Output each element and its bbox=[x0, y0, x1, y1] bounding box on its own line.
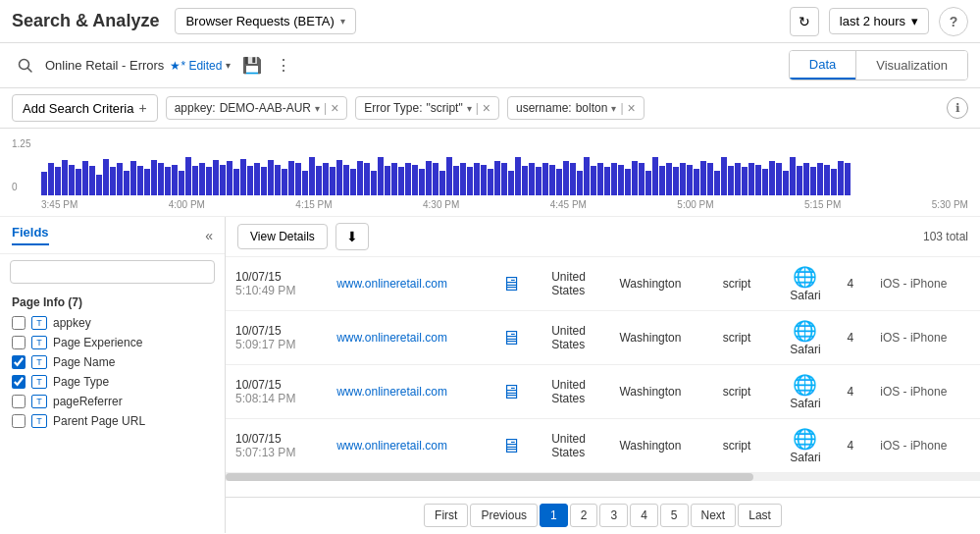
page-1-button[interactable]: 1 bbox=[540, 504, 568, 527]
chart-bar bbox=[597, 163, 603, 195]
horizontal-scrollbar[interactable] bbox=[226, 473, 980, 481]
x-axis-label: 5:00 PM bbox=[677, 199, 713, 210]
cell-date: 10/07/15 5:07:13 PM bbox=[226, 419, 327, 473]
chart-bar bbox=[89, 166, 95, 195]
chart-bar bbox=[41, 172, 47, 195]
criteria-value: DEMO-AAB-AUR bbox=[220, 101, 311, 115]
more-menu-button[interactable]: ⋮ bbox=[270, 52, 297, 80]
edited-badge: * Edited bbox=[181, 59, 222, 73]
datasource-dropdown[interactable]: Browser Requests (BETA) ▾ bbox=[175, 8, 355, 34]
time-range-button[interactable]: last 2 hours ▾ bbox=[829, 8, 929, 34]
page-5-button[interactable]: 5 bbox=[660, 504, 689, 527]
download-button[interactable]: ⬇ bbox=[335, 223, 369, 250]
add-criteria-button[interactable]: Add Search Criteria + bbox=[12, 94, 158, 122]
refresh-button[interactable]: ↻ bbox=[790, 7, 819, 36]
field-checkbox-parent-page-url[interactable] bbox=[12, 414, 26, 428]
chart-bar bbox=[611, 163, 617, 195]
chart-bar bbox=[618, 165, 624, 195]
cell-country: United States bbox=[542, 419, 609, 473]
fields-panel: Fields « 🔍 Page Info (7) T appkey T Page… bbox=[0, 217, 226, 533]
search-icon[interactable] bbox=[12, 52, 39, 80]
chart-area: 1.25 0 3:45 PM4:00 PM4:15 PM4:30 PM4:45 … bbox=[0, 129, 980, 217]
chart-bar bbox=[137, 166, 143, 195]
field-checkbox-page-experience[interactable] bbox=[12, 336, 26, 349]
help-button[interactable]: ? bbox=[939, 7, 968, 36]
chart-bar bbox=[158, 163, 164, 195]
results-panel: View Details ⬇ 103 total 10/07/15 5:10:4… bbox=[226, 217, 980, 533]
next-page-button[interactable]: Next bbox=[691, 504, 737, 527]
fields-search-input[interactable] bbox=[10, 260, 215, 284]
chevron-down-icon[interactable]: ▾ bbox=[467, 103, 472, 114]
y-label-max: 1.25 bbox=[12, 138, 30, 149]
tab-data[interactable]: Data bbox=[790, 51, 855, 80]
tab-visualization[interactable]: Visualization bbox=[855, 51, 967, 80]
info-button[interactable]: ℹ bbox=[947, 97, 968, 119]
last-page-button[interactable]: Last bbox=[738, 504, 782, 527]
criteria-tag-username: username: bolton ▾ | × bbox=[507, 96, 645, 120]
cell-country: United States bbox=[542, 311, 609, 365]
remove-criteria-button[interactable]: × bbox=[483, 101, 490, 115]
chart-bar bbox=[378, 157, 384, 195]
x-axis-label: 5:15 PM bbox=[804, 199, 841, 210]
chart-bar bbox=[529, 163, 535, 195]
chevron-down-icon: ▾ bbox=[911, 14, 918, 28]
chart-bar bbox=[515, 157, 521, 195]
cell-date: 10/07/15 5:08:14 PM bbox=[226, 365, 327, 419]
chart-bar bbox=[165, 167, 171, 195]
page-2-button[interactable]: 2 bbox=[570, 504, 598, 527]
cell-url: www.onlineretail.com bbox=[327, 311, 491, 365]
chart-bar bbox=[577, 171, 583, 195]
chart-bar bbox=[192, 166, 198, 195]
view-details-button[interactable]: View Details bbox=[237, 224, 328, 249]
chart-bar bbox=[728, 166, 734, 195]
field-type-icon: T bbox=[31, 395, 47, 408]
field-checkbox-page-referrer[interactable] bbox=[12, 395, 26, 408]
chart-bar bbox=[570, 163, 576, 195]
pipe-divider: | bbox=[476, 101, 479, 115]
remove-criteria-button[interactable]: × bbox=[331, 101, 338, 115]
chevron-down-icon[interactable]: ▾ bbox=[226, 60, 231, 71]
refresh-icon: ↻ bbox=[799, 14, 810, 29]
chart-bar bbox=[419, 169, 425, 195]
save-button[interactable]: 💾 bbox=[238, 52, 266, 80]
star-icon: ★ bbox=[170, 59, 181, 73]
field-name-page-referrer: pageReferrer bbox=[53, 395, 123, 408]
chart-bar bbox=[563, 161, 569, 195]
cell-device-icon: 🖥 bbox=[491, 311, 542, 365]
cell-url: www.onlineretail.com bbox=[327, 257, 491, 311]
field-group-title: Page Info (7) bbox=[8, 290, 217, 313]
chart-bar bbox=[130, 161, 136, 195]
more-icon: ⋮ bbox=[276, 56, 291, 75]
field-checkbox-page-type[interactable] bbox=[12, 375, 26, 389]
chart-bar bbox=[488, 169, 493, 195]
first-page-button[interactable]: First bbox=[424, 504, 468, 527]
fields-title: Fields bbox=[12, 225, 49, 245]
field-checkbox-appkey[interactable] bbox=[12, 316, 26, 330]
saved-search-name: Online Retail - Errors bbox=[45, 58, 164, 73]
total-count: 103 total bbox=[923, 230, 968, 243]
chart-bar bbox=[481, 165, 487, 195]
cell-os: iOS - iPhone bbox=[870, 419, 980, 473]
chevron-down-icon[interactable]: ▾ bbox=[315, 103, 320, 114]
cell-url: www.onlineretail.com bbox=[327, 365, 491, 419]
page-3-button[interactable]: 3 bbox=[599, 504, 628, 527]
cell-browser: 🌐 Safari bbox=[773, 365, 837, 419]
cell-browser: 🌐 Safari bbox=[773, 419, 837, 473]
chart-bar bbox=[474, 163, 480, 195]
page-4-button[interactable]: 4 bbox=[630, 504, 658, 527]
remove-criteria-button[interactable]: × bbox=[628, 101, 636, 115]
cell-error-type: script bbox=[713, 365, 774, 419]
cell-count: 4 bbox=[837, 365, 870, 419]
prev-page-button[interactable]: Previous bbox=[470, 504, 538, 527]
chart-bar bbox=[652, 157, 658, 195]
x-axis-label: 4:00 PM bbox=[169, 199, 205, 210]
chart-bar bbox=[659, 166, 665, 195]
device-icon: 🖥 bbox=[501, 381, 521, 402]
chart-bar bbox=[62, 160, 68, 195]
field-type-icon: T bbox=[31, 414, 47, 428]
chevron-down-icon[interactable]: ▾ bbox=[611, 103, 616, 114]
chart-bar bbox=[721, 157, 727, 195]
field-checkbox-page-name[interactable] bbox=[12, 355, 26, 369]
collapse-button[interactable]: « bbox=[205, 228, 213, 243]
chart-bar bbox=[343, 165, 349, 195]
